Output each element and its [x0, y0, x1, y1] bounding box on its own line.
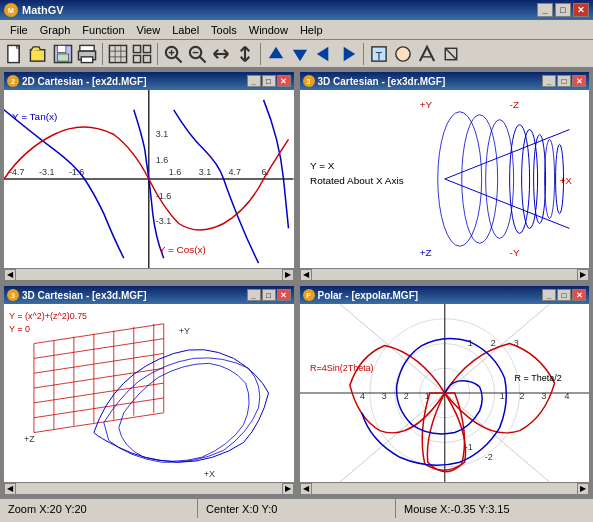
new-button[interactable] — [4, 43, 26, 65]
svg-marker-29 — [317, 46, 328, 60]
scrollbar-h-3d[interactable]: ◀ ▶ — [4, 482, 294, 494]
svg-text:T: T — [376, 49, 383, 61]
svg-text:-2: -2 — [484, 452, 492, 462]
scroll-right-3dr[interactable]: ▶ — [577, 269, 589, 281]
sub-controls-3d: _ □ ✕ — [247, 289, 291, 301]
main-content: 2 2D Cartesian - [ex2d.MGF] _ □ ✕ 3.1 — [0, 68, 593, 498]
left-button[interactable] — [313, 43, 335, 65]
menu-label[interactable]: Label — [166, 22, 205, 38]
title-bar: M MathGV _ □ ✕ — [0, 0, 593, 20]
window-title-3d: 3D Cartesian - [ex3d.MGF] — [22, 290, 146, 301]
sub-close-3dr[interactable]: ✕ — [572, 75, 586, 87]
zoom-out-button[interactable] — [186, 43, 208, 65]
sub-min-3dr[interactable]: _ — [542, 75, 556, 87]
toolbar-sep-1 — [102, 43, 103, 65]
svg-rect-5 — [57, 54, 68, 61]
graph-polar[interactable]: 1 2 3 1 2 3 4 -1 -2 4 3 2 1 — [300, 304, 590, 482]
window-icon-3d: 3 — [7, 289, 19, 301]
tool-c-button[interactable] — [416, 43, 438, 65]
sub-min-3d[interactable]: _ — [247, 289, 261, 301]
maximize-button[interactable]: □ — [555, 3, 571, 17]
scroll-right-2d[interactable]: ▶ — [282, 269, 294, 281]
scroll-track-2d[interactable] — [16, 270, 282, 280]
tool-a-button[interactable]: T — [368, 43, 390, 65]
svg-text:Rotated About X Axis: Rotated About X Axis — [309, 175, 403, 186]
svg-text:1.6: 1.6 — [156, 155, 169, 165]
toolbar: T — [0, 40, 593, 68]
sub-titlebar-polar: P Polar - [expolar.MGF] _ □ ✕ — [300, 286, 590, 304]
fit-h-button[interactable] — [210, 43, 232, 65]
svg-rect-16 — [133, 55, 140, 62]
down-button[interactable] — [289, 43, 311, 65]
svg-text:2: 2 — [490, 338, 495, 348]
grid-button[interactable] — [107, 43, 129, 65]
svg-line-19 — [176, 56, 182, 62]
scrollbar-h-polar[interactable]: ◀ ▶ — [300, 482, 590, 494]
window-title-3dr: 3D Cartesian - [ex3dr.MGF] — [318, 76, 446, 87]
mouse-value: Mouse X:-0.35 Y:3.15 — [404, 503, 510, 515]
window-title-polar: Polar - [expolar.MGF] — [318, 290, 419, 301]
grid2-button[interactable] — [131, 43, 153, 65]
sub-close-polar[interactable]: ✕ — [572, 289, 586, 301]
window-icon-2d: 2 — [7, 75, 19, 87]
save-button[interactable] — [52, 43, 74, 65]
sub-close-2d[interactable]: ✕ — [277, 75, 291, 87]
tool-d-button[interactable] — [440, 43, 462, 65]
sub-min-polar[interactable]: _ — [542, 289, 556, 301]
svg-marker-28 — [293, 49, 307, 60]
scroll-track-polar[interactable] — [312, 484, 578, 494]
graph-2d-cartesian[interactable]: 3.1 1.6 -1.6 -3.1 -4.7 -3.1 -1.6 1.6 3.1… — [4, 90, 294, 268]
svg-rect-2 — [30, 49, 44, 60]
menu-view[interactable]: View — [131, 22, 167, 38]
print-button[interactable] — [76, 43, 98, 65]
scroll-left-3d[interactable]: ◀ — [4, 483, 16, 495]
svg-rect-4 — [57, 45, 66, 52]
scroll-left-3dr[interactable]: ◀ — [300, 269, 312, 281]
sub-min-2d[interactable]: _ — [247, 75, 261, 87]
svg-text:2: 2 — [403, 391, 408, 401]
scroll-track-3dr[interactable] — [312, 270, 578, 280]
svg-text:-3.1: -3.1 — [39, 167, 55, 177]
svg-text:+X: +X — [559, 175, 572, 186]
menu-graph[interactable]: Graph — [34, 22, 77, 38]
menu-help[interactable]: Help — [294, 22, 329, 38]
svg-text:-3.1: -3.1 — [156, 217, 172, 227]
zoom-in-button[interactable] — [162, 43, 184, 65]
sub-max-3dr[interactable]: □ — [557, 75, 571, 87]
svg-text:-Z: -Z — [509, 99, 518, 110]
up-button[interactable] — [265, 43, 287, 65]
window-title-2d: 2D Cartesian - [ex2d.MGF] — [22, 76, 146, 87]
sub-max-2d[interactable]: □ — [262, 75, 276, 87]
scroll-right-polar[interactable]: ▶ — [577, 483, 589, 495]
fit-v-button[interactable] — [234, 43, 256, 65]
sub-max-3d[interactable]: □ — [262, 289, 276, 301]
svg-text:R = Theta/2: R = Theta/2 — [514, 373, 561, 383]
scrollbar-h-2d[interactable]: ◀ ▶ — [4, 268, 294, 280]
svg-text:1.6: 1.6 — [169, 167, 182, 177]
menu-window[interactable]: Window — [243, 22, 294, 38]
scroll-track-3d[interactable] — [16, 484, 282, 494]
scroll-left-2d[interactable]: ◀ — [4, 269, 16, 281]
toolbar-sep-2 — [157, 43, 158, 65]
window-2d-cartesian: 2 2D Cartesian - [ex2d.MGF] _ □ ✕ 3.1 — [2, 70, 296, 282]
window-3d-cartesian: 3 3D Cartesian - [ex3d.MGF] _ □ ✕ — [2, 284, 296, 496]
open-button[interactable] — [28, 43, 50, 65]
minimize-button[interactable]: _ — [537, 3, 553, 17]
close-button[interactable]: ✕ — [573, 3, 589, 17]
scroll-left-polar[interactable]: ◀ — [300, 483, 312, 495]
menu-file[interactable]: File — [4, 22, 34, 38]
menu-tools[interactable]: Tools — [205, 22, 243, 38]
svg-text:4: 4 — [359, 391, 364, 401]
graph-3d-cartesian[interactable]: +Y +Z +X Y = (x^2)+(z^2)0.75 Y = 0 — [4, 304, 294, 482]
sub-close-3d[interactable]: ✕ — [277, 289, 291, 301]
svg-rect-71 — [4, 304, 294, 482]
sub-titlebar-3dr: 3 3D Cartesian - [ex3dr.MGF] _ □ ✕ — [300, 72, 590, 90]
tool-b-button[interactable] — [392, 43, 414, 65]
scroll-right-3d[interactable]: ▶ — [282, 483, 294, 495]
sub-max-polar[interactable]: □ — [557, 289, 571, 301]
menu-function[interactable]: Function — [76, 22, 130, 38]
right-button[interactable] — [337, 43, 359, 65]
window-icon-polar: P — [303, 289, 315, 301]
scrollbar-h-3dr[interactable]: ◀ ▶ — [300, 268, 590, 280]
graph-3d-rotated[interactable]: +Y -Z +Z -Y +X Y = X — [300, 90, 590, 268]
